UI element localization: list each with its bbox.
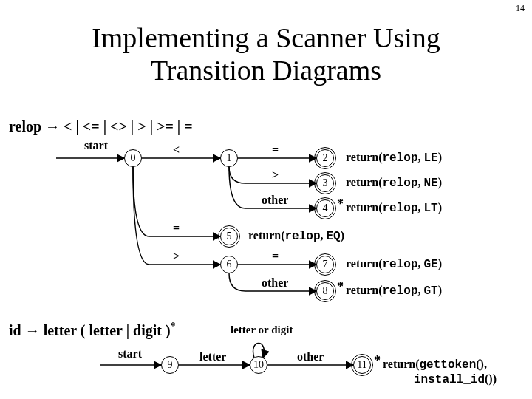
state-3: 3 — [316, 174, 334, 192]
state-0: 0 — [124, 149, 142, 167]
start-label-relop: start — [84, 139, 108, 152]
edge-other-1-4: other — [262, 194, 288, 207]
return-2: return(relop, LE) — [346, 151, 442, 165]
state-2: 2 — [316, 149, 334, 167]
return-3: return(relop, NE) — [346, 176, 442, 190]
grammar-id-star: * — [171, 321, 176, 332]
state-11: 11 — [353, 356, 371, 374]
return-11a: return(gettoken(), — [383, 358, 487, 372]
title-line-2: Transition Diagrams — [151, 55, 381, 86]
edge-gt-1-3: > — [272, 168, 279, 182]
edge-letter-or-digit: letter or digit — [231, 324, 293, 336]
retract-star-4: * — [337, 197, 344, 212]
return-6: return(relop, GE) — [346, 257, 442, 271]
start-label-id: start — [118, 347, 142, 361]
edge-other-6-8: other — [262, 276, 288, 290]
edge-gt-0-6: > — [173, 250, 180, 263]
state-9: 9 — [161, 356, 179, 374]
retract-star-8: * — [337, 279, 344, 295]
return-11b: install_id()) — [414, 372, 497, 386]
grammar-id: id → letter ( letter | digit )* — [9, 321, 176, 339]
edge-eq-6-7: = — [272, 250, 279, 263]
edge-letter: letter — [200, 350, 226, 364]
edge-eq-0-5: = — [173, 222, 180, 235]
slide: 14 Implementing a Scanner Using Transiti… — [0, 0, 532, 399]
page-title: Implementing a Scanner Using Transition … — [0, 0, 532, 86]
title-line-1: Implementing a Scanner Using — [92, 22, 440, 53]
state-5: 5 — [220, 228, 238, 245]
edge-lt: < — [173, 143, 180, 157]
state-4: 4 — [316, 200, 334, 217]
state-8: 8 — [316, 282, 334, 300]
return-7: return(relop, GT) — [346, 284, 442, 298]
return-5: return(relop, EQ) — [248, 229, 344, 243]
return-4: return(relop, LT) — [346, 201, 442, 215]
state-7: 7 — [316, 256, 334, 273]
grammar-id-body: id → letter ( letter | digit ) — [9, 322, 171, 338]
page-number: 14 — [516, 3, 525, 14]
state-6: 6 — [220, 256, 238, 273]
state-1: 1 — [220, 149, 238, 167]
state-10: 10 — [250, 356, 267, 374]
grammar-relop: relop → < | <= | <> | > | >= | = — [9, 118, 193, 135]
retract-star-11: * — [374, 353, 381, 369]
edge-other-10-11: other — [297, 350, 324, 364]
edge-eq-1-2: = — [272, 143, 279, 157]
